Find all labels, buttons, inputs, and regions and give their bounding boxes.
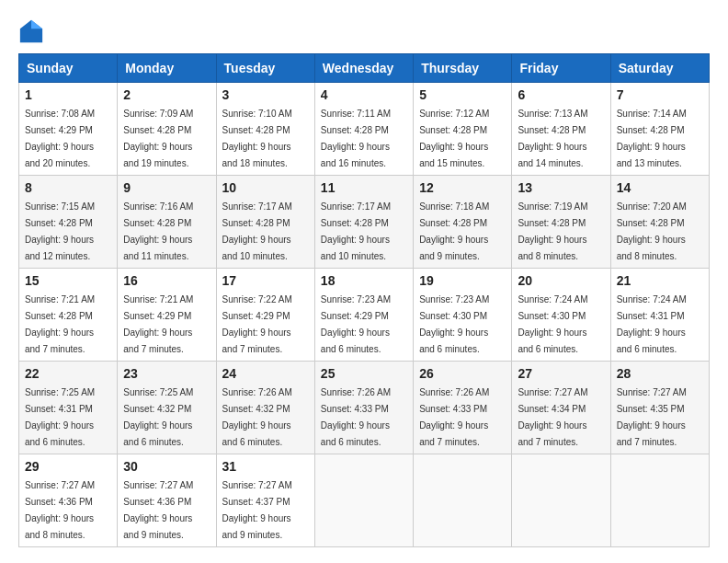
day-number: 28 [617, 366, 703, 381]
day-number: 7 [617, 87, 703, 102]
calendar-cell: 16 Sunrise: 7:21 AMSunset: 4:29 PMDaylig… [118, 269, 216, 362]
day-info: Sunrise: 7:26 AMSunset: 4:32 PMDaylight:… [222, 387, 292, 447]
calendar-cell: 29 Sunrise: 7:27 AMSunset: 4:36 PMDaylig… [19, 454, 118, 547]
day-info: Sunrise: 7:19 AMSunset: 4:28 PMDaylight:… [518, 201, 587, 261]
calendar-cell: 24 Sunrise: 7:26 AMSunset: 4:32 PMDaylig… [216, 362, 314, 454]
calendar-cell: 12 Sunrise: 7:18 AMSunset: 4:28 PMDaylig… [414, 176, 512, 269]
day-info: Sunrise: 7:26 AMSunset: 4:33 PMDaylight:… [419, 387, 489, 447]
header-monday: Monday [118, 54, 216, 83]
day-info: Sunrise: 7:12 AMSunset: 4:28 PMDaylight:… [419, 109, 489, 168]
calendar-cell: 15 Sunrise: 7:21 AMSunset: 4:28 PMDaylig… [19, 269, 118, 362]
header-friday: Friday [512, 54, 610, 83]
calendar-week-1: 1 Sunrise: 7:08 AMSunset: 4:29 PMDayligh… [19, 83, 710, 176]
day-number: 18 [321, 273, 407, 288]
header-tuesday: Tuesday [216, 54, 314, 83]
page-header [18, 18, 710, 44]
day-info: Sunrise: 7:23 AMSunset: 4:29 PMDaylight:… [321, 294, 391, 354]
day-info: Sunrise: 7:24 AMSunset: 4:31 PMDaylight:… [617, 294, 687, 354]
calendar-cell: 6 Sunrise: 7:13 AMSunset: 4:28 PMDayligh… [512, 83, 610, 176]
day-info: Sunrise: 7:24 AMSunset: 4:30 PMDaylight:… [518, 294, 587, 354]
day-number: 25 [321, 366, 407, 381]
calendar-cell: 5 Sunrise: 7:12 AMSunset: 4:28 PMDayligh… [414, 83, 512, 176]
header-row: SundayMondayTuesdayWednesdayThursdayFrid… [19, 54, 710, 83]
day-number: 3 [222, 87, 309, 102]
calendar-table: SundayMondayTuesdayWednesdayThursdayFrid… [18, 53, 710, 547]
calendar-cell: 25 Sunrise: 7:26 AMSunset: 4:33 PMDaylig… [314, 362, 413, 454]
calendar-cell: 7 Sunrise: 7:14 AMSunset: 4:28 PMDayligh… [610, 83, 709, 176]
day-number: 5 [419, 87, 506, 102]
calendar-cell: 8 Sunrise: 7:15 AMSunset: 4:28 PMDayligh… [19, 176, 118, 269]
day-info: Sunrise: 7:27 AMSunset: 4:36 PMDaylight:… [25, 480, 95, 540]
calendar-week-5: 29 Sunrise: 7:27 AMSunset: 4:36 PMDaylig… [19, 454, 710, 547]
day-number: 2 [123, 87, 210, 102]
day-info: Sunrise: 7:25 AMSunset: 4:32 PMDaylight:… [123, 387, 193, 447]
day-info: Sunrise: 7:21 AMSunset: 4:28 PMDaylight:… [25, 294, 95, 354]
day-info: Sunrise: 7:27 AMSunset: 4:36 PMDaylight:… [123, 480, 193, 540]
logo [18, 18, 48, 44]
day-number: 10 [222, 180, 309, 195]
day-number: 24 [222, 366, 309, 381]
header-thursday: Thursday [414, 54, 512, 83]
day-info: Sunrise: 7:15 AMSunset: 4:28 PMDaylight:… [25, 201, 95, 261]
logo-icon [18, 18, 44, 44]
calendar-week-3: 15 Sunrise: 7:21 AMSunset: 4:28 PMDaylig… [19, 269, 710, 362]
day-number: 26 [419, 366, 506, 381]
calendar-cell: 9 Sunrise: 7:16 AMSunset: 4:28 PMDayligh… [118, 176, 216, 269]
day-number: 6 [518, 87, 604, 102]
svg-marker-1 [31, 20, 42, 29]
calendar-cell [314, 454, 413, 547]
calendar-cell: 18 Sunrise: 7:23 AMSunset: 4:29 PMDaylig… [314, 269, 413, 362]
calendar-cell: 10 Sunrise: 7:17 AMSunset: 4:28 PMDaylig… [216, 176, 314, 269]
header-wednesday: Wednesday [314, 54, 413, 83]
calendar-week-4: 22 Sunrise: 7:25 AMSunset: 4:31 PMDaylig… [19, 362, 710, 454]
day-info: Sunrise: 7:23 AMSunset: 4:30 PMDaylight:… [419, 294, 489, 354]
day-info: Sunrise: 7:20 AMSunset: 4:28 PMDaylight:… [617, 201, 687, 261]
day-info: Sunrise: 7:18 AMSunset: 4:28 PMDaylight:… [419, 201, 489, 261]
calendar-cell: 28 Sunrise: 7:27 AMSunset: 4:35 PMDaylig… [610, 362, 709, 454]
day-number: 19 [419, 273, 506, 288]
day-number: 9 [123, 180, 210, 195]
day-info: Sunrise: 7:14 AMSunset: 4:28 PMDaylight:… [617, 109, 687, 168]
day-number: 8 [25, 180, 111, 195]
day-number: 15 [25, 273, 111, 288]
day-number: 27 [518, 366, 604, 381]
calendar-cell: 22 Sunrise: 7:25 AMSunset: 4:31 PMDaylig… [19, 362, 118, 454]
header-sunday: Sunday [19, 54, 118, 83]
calendar-cell: 14 Sunrise: 7:20 AMSunset: 4:28 PMDaylig… [610, 176, 709, 269]
calendar-cell: 17 Sunrise: 7:22 AMSunset: 4:29 PMDaylig… [216, 269, 314, 362]
day-number: 4 [321, 87, 407, 102]
day-number: 12 [419, 180, 506, 195]
calendar-cell: 21 Sunrise: 7:24 AMSunset: 4:31 PMDaylig… [610, 269, 709, 362]
day-number: 13 [518, 180, 604, 195]
calendar-cell: 26 Sunrise: 7:26 AMSunset: 4:33 PMDaylig… [414, 362, 512, 454]
calendar-week-2: 8 Sunrise: 7:15 AMSunset: 4:28 PMDayligh… [19, 176, 710, 269]
day-number: 22 [25, 366, 111, 381]
day-number: 11 [321, 180, 407, 195]
calendar-cell [512, 454, 610, 547]
calendar-cell: 1 Sunrise: 7:08 AMSunset: 4:29 PMDayligh… [19, 83, 118, 176]
calendar-cell: 31 Sunrise: 7:27 AMSunset: 4:37 PMDaylig… [216, 454, 314, 547]
calendar-cell: 2 Sunrise: 7:09 AMSunset: 4:28 PMDayligh… [118, 83, 216, 176]
day-info: Sunrise: 7:11 AMSunset: 4:28 PMDaylight:… [321, 109, 391, 168]
day-info: Sunrise: 7:08 AMSunset: 4:29 PMDaylight:… [25, 109, 95, 168]
day-number: 21 [617, 273, 703, 288]
day-number: 23 [123, 366, 210, 381]
day-info: Sunrise: 7:13 AMSunset: 4:28 PMDaylight:… [518, 109, 587, 168]
day-info: Sunrise: 7:26 AMSunset: 4:33 PMDaylight:… [321, 387, 391, 447]
day-number: 29 [25, 459, 111, 474]
calendar-cell: 27 Sunrise: 7:27 AMSunset: 4:34 PMDaylig… [512, 362, 610, 454]
calendar-cell: 11 Sunrise: 7:17 AMSunset: 4:28 PMDaylig… [314, 176, 413, 269]
day-number: 14 [617, 180, 703, 195]
day-info: Sunrise: 7:22 AMSunset: 4:29 PMDaylight:… [222, 294, 292, 354]
day-info: Sunrise: 7:27 AMSunset: 4:35 PMDaylight:… [617, 387, 687, 447]
day-info: Sunrise: 7:16 AMSunset: 4:28 PMDaylight:… [123, 201, 193, 261]
day-number: 17 [222, 273, 309, 288]
day-info: Sunrise: 7:25 AMSunset: 4:31 PMDaylight:… [25, 387, 95, 447]
day-info: Sunrise: 7:27 AMSunset: 4:34 PMDaylight:… [518, 387, 587, 447]
calendar-cell: 20 Sunrise: 7:24 AMSunset: 4:30 PMDaylig… [512, 269, 610, 362]
day-info: Sunrise: 7:10 AMSunset: 4:28 PMDaylight:… [222, 109, 292, 168]
calendar-cell: 3 Sunrise: 7:10 AMSunset: 4:28 PMDayligh… [216, 83, 314, 176]
calendar-cell: 23 Sunrise: 7:25 AMSunset: 4:32 PMDaylig… [118, 362, 216, 454]
day-info: Sunrise: 7:09 AMSunset: 4:28 PMDaylight:… [123, 109, 193, 168]
day-info: Sunrise: 7:17 AMSunset: 4:28 PMDaylight:… [222, 201, 292, 261]
